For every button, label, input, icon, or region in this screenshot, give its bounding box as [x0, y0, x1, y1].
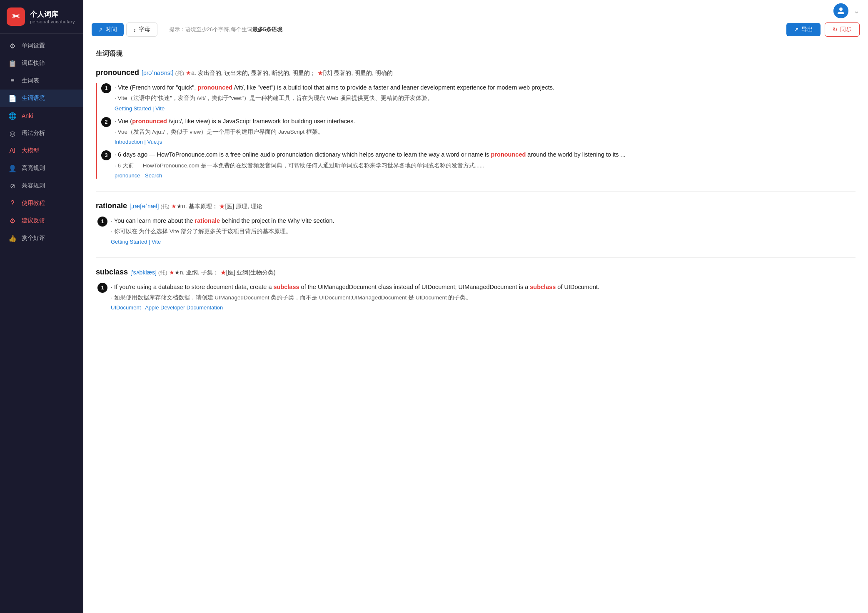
export-icon: ↗ [794, 26, 799, 33]
highlight-word: subclass [273, 284, 299, 290]
word-header-0: pronounced[prəˈnaʊnst](托)★a. 发出音的, 读出来的,… [96, 67, 856, 79]
context-number-0-2: 3 [101, 150, 111, 160]
nav-label-highlight: 高亮规则 [22, 164, 45, 172]
context-body-2-0: · If you're using a database to store do… [111, 282, 856, 311]
nav-label-tutorial: 使用教程 [22, 199, 45, 207]
word-phonetic-1: [ˌræʃəˈnæl] [130, 203, 159, 209]
app-subtitle: personal vocabulary [30, 19, 75, 24]
word-def-1: ★★n. 基本原理； ★[医] 原理, 理论 [171, 203, 262, 209]
word-term-0: pronounced [96, 68, 139, 77]
words-list: pronounced[prəˈnaʊnst](托)★a. 发出音的, 读出来的,… [96, 67, 856, 311]
sidebar-item-word-settings[interactable]: ⚙单词设置 [0, 37, 83, 55]
context-en-0-2: · 6 days ago — HowToPronounce.com is a f… [115, 150, 856, 159]
sidebar-item-word-context[interactable]: 📄生词语境 [0, 90, 83, 107]
context-en-1-0: · You can learn more about the rationale… [111, 216, 856, 226]
nav-icon-compat: ⊘ [8, 182, 17, 190]
word-entry-2: subclass['sʌbklæs](托)★★n. 亚纲, 子集； ★[医] 亚… [96, 266, 856, 311]
sidebar-item-rate[interactable]: 👍赏个好评 [0, 229, 83, 247]
context-zh-1-0: · 你可以在 为什么选择 Vite 部分了解更多关于该项目背后的基本原理。 [111, 227, 856, 236]
nav-label-grammar: 语法分析 [22, 130, 45, 137]
sort-time-button[interactable]: ↗ 时间 [92, 23, 124, 36]
highlight-word: pronounced [132, 118, 167, 125]
context-item-1-0: 1 · You can learn more about the rationa… [96, 216, 856, 245]
nav-label-quick-library: 词库快筛 [22, 60, 45, 67]
sidebar-item-feedback[interactable]: ⚙建议反馈 [0, 212, 83, 229]
nav-icon-anki: 🌐 [8, 112, 17, 120]
sidebar-item-word-list[interactable]: ≡生词表 [0, 72, 83, 90]
word-def-0: ★a. 发出音的, 读出来的, 显著的, 断然的, 明显的； ★[法] 显著的,… [186, 70, 393, 76]
sidebar-nav: ⚙单词设置📋词库快筛≡生词表📄生词语境🌐Anki◎语法分析AI大模型👤高亮规则⊘… [0, 34, 83, 613]
word-tag-0: (托) [175, 70, 184, 76]
logo-icon: ✂ [7, 7, 25, 26]
sidebar-item-ai-model[interactable]: AI大模型 [0, 142, 83, 159]
context-link-2-0[interactable]: UIDocument | Apple Developer Documentati… [111, 304, 223, 311]
word-entry-0: pronounced[prəˈnaʊnst](托)★a. 发出音的, 读出来的,… [96, 67, 856, 179]
export-button[interactable]: ↗ 导出 [786, 23, 821, 36]
highlight-word: pronounced [197, 84, 232, 91]
context-number-0-1: 2 [101, 117, 111, 127]
nav-icon-feedback: ⚙ [8, 217, 17, 225]
context-link-0-0[interactable]: Getting Started | Vite [115, 105, 165, 112]
chevron-down-icon[interactable]: ⌄ [853, 6, 860, 15]
sidebar-item-anki[interactable]: 🌐Anki [0, 107, 83, 125]
app-title: 个人词库 [30, 10, 75, 19]
nav-icon-quick-library: 📋 [8, 59, 17, 67]
context-number-2-0: 1 [97, 283, 107, 293]
context-link-0-1[interactable]: Introduction | Vue.js [115, 139, 162, 145]
content-area: 生词语境 pronounced[prəˈnaʊnst](托)★a. 发出音的, … [83, 41, 868, 613]
app-logo: ✂ 个人词库 personal vocabulary [0, 0, 83, 34]
context-zh-0-2: · 6 天前 — HowToPronounce.com 是一本免费的在线音频发音… [115, 161, 856, 170]
sidebar-item-tutorial[interactable]: ?使用教程 [0, 194, 83, 212]
section-title: 生词语境 [96, 50, 856, 58]
word-phonetic-0: [prəˈnaʊnst] [142, 70, 173, 76]
sync-button[interactable]: ↻ 同步 [825, 22, 860, 37]
sort-alpha-label: 字母 [139, 26, 150, 33]
nav-label-word-settings: 单词设置 [22, 42, 45, 50]
nav-label-feedback: 建议反馈 [22, 217, 45, 224]
toolbar: ↗ 时间 ↕ 字母 提示：语境至少26个字符,每个生词最多5条语境. ↗ 导出 … [83, 18, 868, 41]
word-header-2: subclass['sʌbklæs](托)★★n. 亚纲, 子集； ★[医] 亚… [96, 266, 856, 278]
context-zh-0-0: · Vite（法语中的"快速"，发音为 /vit/，类似于"veet"）是一种构… [115, 94, 856, 103]
context-zh-0-1: · Vue（发音为 /vjuː/，类似于 view）是一个用于构建用户界面的 J… [115, 127, 856, 137]
nav-icon-word-settings: ⚙ [8, 42, 17, 50]
nav-icon-rate: 👍 [8, 234, 17, 242]
highlight-word: rationale [195, 217, 220, 224]
nav-icon-grammar: ◎ [8, 129, 17, 137]
highlight-word: subclass [530, 284, 556, 290]
context-link-1-0[interactable]: Getting Started | Vite [111, 239, 161, 245]
sort-alpha-button[interactable]: ↕ 字母 [126, 22, 157, 37]
context-en-0-1: · Vue (pronounced /vjuː/, like view) is … [115, 117, 856, 126]
context-body-1-0: · You can learn more about the rationale… [111, 216, 856, 245]
hint-text: 提示：语境至少26个字符,每个生词最多5条语境. [169, 26, 782, 33]
sort-time-label: 时间 [105, 26, 117, 33]
context-item-0-2: 3 · 6 days ago — HowToPronounce.com is a… [97, 150, 856, 179]
sidebar-item-quick-library[interactable]: 📋词库快筛 [0, 55, 83, 72]
word-entry-1: rationale[ˌræʃəˈnæl](托)★★n. 基本原理； ★[医] 原… [96, 200, 856, 245]
context-zh-2-0: · 如果使用数据库存储文档数据，请创建 UIManagedDocument 类的… [111, 293, 856, 302]
sync-label: 同步 [840, 26, 852, 33]
nav-icon-highlight: 👤 [8, 164, 17, 172]
divider-1 [96, 257, 856, 258]
word-term-2: subclass [96, 268, 128, 276]
context-body-0-1: · Vue (pronounced /vjuː/, like view) is … [115, 117, 856, 145]
sidebar-item-grammar[interactable]: ◎语法分析 [0, 125, 83, 142]
border-group-0: 1 · Vite (French word for "quick", prono… [96, 83, 856, 179]
user-avatar[interactable] [833, 3, 848, 18]
word-phonetic-2: ['sʌbklæs] [130, 269, 157, 276]
sidebar-item-compat[interactable]: ⊘兼容规则 [0, 177, 83, 194]
nav-label-ai-model: 大模型 [22, 147, 39, 154]
sidebar-item-highlight[interactable]: 👤高亮规则 [0, 159, 83, 177]
nav-label-anki: Anki [22, 112, 33, 119]
context-item-0-0: 1 · Vite (French word for "quick", prono… [97, 83, 856, 112]
word-term-1: rationale [96, 202, 127, 210]
sort-controls: ↗ 时间 ↕ 字母 [92, 22, 157, 37]
context-link-0-2[interactable]: pronounce - Search [115, 172, 162, 179]
sort-alpha-icon: ↕ [133, 27, 136, 33]
export-label: 导出 [801, 26, 813, 33]
nav-label-word-list: 生词表 [22, 77, 39, 85]
divider-0 [96, 191, 856, 192]
word-header-1: rationale[ˌræʃəˈnæl](托)★★n. 基本原理； ★[医] 原… [96, 200, 856, 212]
word-tag-2: (托) [158, 269, 167, 276]
sort-time-icon: ↗ [98, 27, 103, 33]
context-item-0-1: 2 · Vue (pronounced /vjuː/, like view) i… [97, 117, 856, 145]
